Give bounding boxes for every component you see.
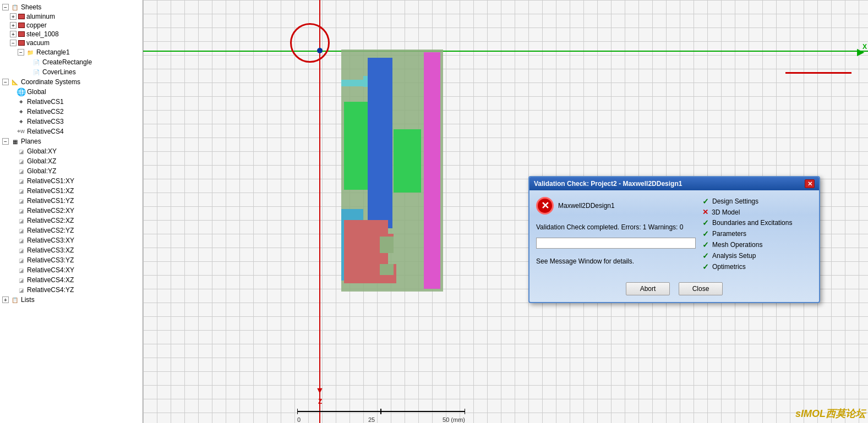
sidebar-item-copper[interactable]: + copper — [0, 21, 143, 30]
sidebar-item-relcs2-xz[interactable]: ◪ RelativeCS2:XZ — [0, 216, 143, 226]
dialog-design-row: ✕ Maxwell2DDesign1 — [536, 197, 696, 215]
plane9-icon: ◪ — [17, 226, 25, 235]
scale-0: 0 — [297, 416, 301, 423]
dialog-progress-bar — [536, 238, 696, 249]
relativecs4-label: RelativeCS4 — [27, 128, 64, 135]
plane3-icon: ◪ — [17, 167, 25, 175]
sidebar-item-relcs3-xy[interactable]: ◪ RelativeCS3:XY — [0, 235, 143, 245]
plane5-icon: ◪ — [17, 186, 25, 195]
check-mesh-label: Mesh Operations — [712, 241, 762, 249]
vacuum-label: vacuum — [26, 39, 50, 47]
sidebar-item-global-xy[interactable]: ◪ Global:XY — [0, 146, 143, 156]
check-optimetrics-label: Optimetrics — [712, 263, 746, 271]
cs-label: Coordinate Systems — [21, 78, 80, 86]
axis-x — [143, 51, 868, 52]
sidebar-item-relcs1-xz[interactable]: ◪ RelativeCS1:XZ — [0, 186, 143, 196]
canvas-area[interactable]: ▶ X ▼ Z — [143, 0, 868, 423]
validation-dialog: Validation Check: Project2 - Maxwell2DDe… — [528, 176, 820, 303]
sidebar-item-relcs3-xz[interactable]: ◪ RelativeCS3:XZ — [0, 245, 143, 255]
check-ok4-icon: ✓ — [702, 240, 709, 249]
expand-planes-icon[interactable]: − — [2, 138, 9, 145]
relcs4-yz-label: RelativeCS4:YZ — [27, 286, 74, 294]
expand-steel-icon[interactable]: + — [10, 31, 17, 37]
sidebar-section-planes[interactable]: − ▦ Planes — [0, 136, 143, 146]
sidebar-item-aluminum[interactable]: + aluminum — [0, 12, 143, 21]
sidebar-section-sheets[interactable]: − 📋 Sheets — [0, 2, 143, 12]
steel-label: steel_1008 — [26, 30, 59, 38]
check-ok6-icon: ✓ — [702, 262, 709, 271]
plane14-icon: ◪ — [17, 276, 25, 284]
check-error-icon: ✕ — [702, 208, 708, 216]
relcs1-xz-label: RelativeCS1:XZ — [27, 187, 74, 195]
sidebar-item-relativecs4[interactable]: ⌖w RelativeCS4 — [0, 127, 143, 136]
check-ok-icon: ✓ — [702, 197, 709, 206]
sidebar-item-relativecs1[interactable]: ⌖ RelativeCS1 — [0, 97, 143, 107]
planes-section-icon: ▦ — [10, 137, 19, 146]
check-3d-model: ✕ 3D Model — [702, 208, 812, 216]
error-icon: ✕ — [536, 197, 554, 215]
relcs1-xy-label: RelativeCS1:XY — [27, 177, 74, 185]
sidebar-item-createrectangle[interactable]: 📄 CreateRectangle — [0, 57, 143, 67]
sidebar-item-relcs1-xy[interactable]: ◪ RelativeCS1:XY — [0, 176, 143, 186]
close-button[interactable]: Close — [679, 282, 723, 295]
dialog-body: ✕ Maxwell2DDesign1 Validation Check comp… — [529, 190, 819, 278]
sidebar-item-rectangle1[interactable]: − 📁 Rectangle1 — [0, 47, 143, 57]
sidebar-item-global-xz[interactable]: ◪ Global:XZ — [0, 156, 143, 166]
sidebar-item-relcs2-xy[interactable]: ◪ RelativeCS2:XY — [0, 206, 143, 216]
aluminum-label: aluminum — [26, 13, 55, 20]
dialog-close-button[interactable]: ✕ — [805, 179, 815, 188]
expand-sheets-icon[interactable]: − — [2, 4, 9, 10]
sidebar-item-relativecs2[interactable]: ⌖ RelativeCS2 — [0, 107, 143, 117]
sidebar-item-vacuum[interactable]: − vacuum — [0, 39, 143, 47]
relcs3-xz-label: RelativeCS3:XZ — [27, 246, 74, 254]
sidebar-item-coverlines[interactable]: 📄 CoverLines — [0, 67, 143, 77]
sidebar-item-global-cs[interactable]: 🌐 Global — [0, 87, 143, 97]
sidebar-item-relcs4-yz[interactable]: ◪ RelativeCS4:YZ — [0, 285, 143, 295]
sidebar-item-steel1008[interactable]: + steel_1008 — [0, 30, 143, 39]
sidebar-item-relcs1-yz[interactable]: ◪ RelativeCS1:YZ — [0, 196, 143, 206]
sidebar-item-relcs4-xz[interactable]: ◪ RelativeCS4:XZ — [0, 275, 143, 285]
annotation-line-v — [319, 53, 320, 406]
expand-vacuum-icon[interactable]: − — [10, 40, 17, 46]
sidebar-item-relcs4-xy[interactable]: ◪ RelativeCS4:XY — [0, 265, 143, 275]
svg-rect-7 — [424, 52, 440, 289]
expand-copper-icon[interactable]: + — [10, 22, 17, 29]
steel-icon — [18, 31, 25, 37]
global-xy-label: Global:XY — [27, 147, 57, 155]
plane6-icon: ◪ — [17, 196, 25, 205]
expand-rect1-icon[interactable]: − — [18, 49, 24, 56]
expand-lists-icon[interactable]: + — [2, 296, 9, 303]
global-yz-label: Global:YZ — [27, 167, 56, 175]
plane-icon: ◪ — [17, 147, 25, 156]
svg-rect-1 — [341, 80, 363, 86]
plane10-icon: ◪ — [17, 236, 25, 245]
dialog-message: See Message Window for details. — [536, 257, 696, 265]
plane15-icon: ◪ — [17, 285, 25, 294]
plane4-icon: ◪ — [17, 177, 25, 185]
cs2-icon: ⌖ — [17, 107, 25, 116]
aluminum-icon — [18, 14, 25, 19]
vacuum-icon — [18, 40, 25, 46]
sidebar: − 📋 Sheets + aluminum + copper + steel_1… — [0, 0, 143, 423]
check-analysis-label: Analysis Setup — [712, 252, 756, 260]
expand-aluminum-icon[interactable]: + — [10, 13, 17, 20]
cs-section-icon: 📐 — [10, 78, 19, 86]
plane13-icon: ◪ — [17, 266, 25, 274]
check-parameters: ✓ Parameters — [702, 229, 812, 238]
expand-cs-icon[interactable]: − — [2, 79, 9, 85]
sidebar-section-cs[interactable]: − 📐 Coordinate Systems — [0, 77, 143, 87]
svg-rect-9 — [380, 237, 394, 253]
svg-rect-10 — [380, 264, 394, 275]
dialog-status-text: Validation Check completed. Errors: 1 Wa… — [536, 223, 696, 231]
check-3d-model-label: 3D Model — [712, 208, 740, 216]
sidebar-item-relcs3-yz[interactable]: ◪ RelativeCS3:YZ — [0, 255, 143, 265]
abort-button[interactable]: Abort — [626, 282, 670, 295]
scale-25: 25 — [368, 416, 375, 423]
sidebar-item-relcs2-yz[interactable]: ◪ RelativeCS2:YZ — [0, 226, 143, 235]
relcs1-yz-label: RelativeCS1:YZ — [27, 197, 74, 205]
sidebar-item-global-yz[interactable]: ◪ Global:YZ — [0, 166, 143, 176]
sidebar-section-lists[interactable]: + 📋 Lists — [0, 295, 143, 305]
sidebar-item-relativecs3[interactable]: ⌖ RelativeCS3 — [0, 117, 143, 127]
check-parameters-label: Parameters — [712, 230, 746, 238]
op-icon: 📄 — [32, 58, 41, 67]
